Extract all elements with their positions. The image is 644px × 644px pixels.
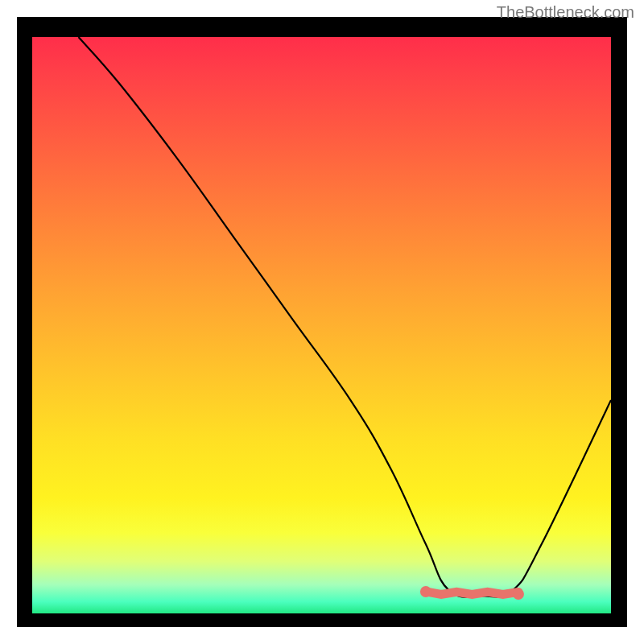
optimal-zone-end-dot bbox=[513, 588, 524, 600]
plot-area bbox=[32, 37, 611, 613]
chart-svg bbox=[32, 37, 611, 613]
watermark-text: TheBottleneck.com bbox=[497, 3, 634, 22]
optimal-zone-start-dot bbox=[420, 586, 431, 597]
optimal-zone-band bbox=[426, 592, 518, 595]
plot-frame bbox=[17, 17, 627, 627]
bottleneck-curve-line bbox=[79, 37, 611, 597]
